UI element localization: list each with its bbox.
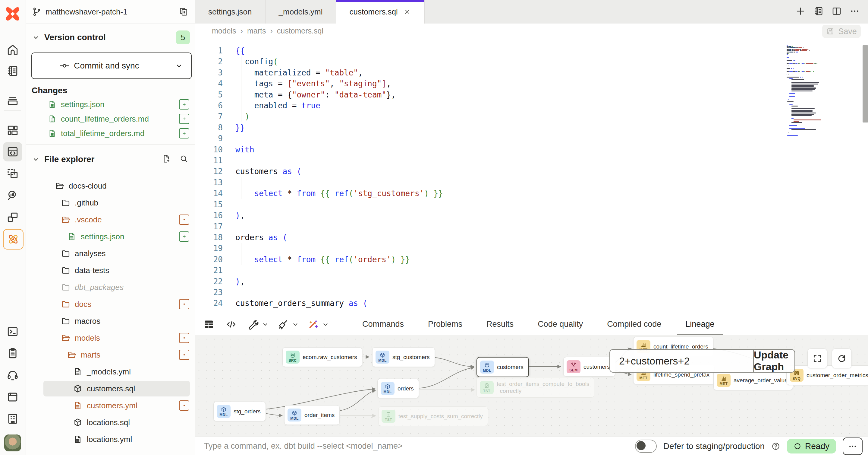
breadcrumb-file[interactable]: customers.sql [277,27,323,35]
refresh-button[interactable] [832,348,852,368]
panel-tab-results[interactable]: Results [474,313,526,335]
tree-item-docs[interactable]: docs [26,296,195,313]
build-wrench-icon[interactable] [247,318,259,331]
command-input[interactable] [204,441,536,451]
notebook-icon[interactable] [3,61,22,81]
browser-icon[interactable] [3,388,22,407]
lineage-node-customers-semantic[interactable]: SEM customers [563,357,615,376]
chevron-down-icon[interactable] [261,320,269,328]
building-icon[interactable] [3,409,22,428]
lineage-node-test-order-items[interactable]: TST test_order_items_compute_to_bools_co… [476,377,594,398]
panel-tab-compiled-code[interactable]: Compiled code [595,313,673,335]
version-control-header[interactable]: Version control 5 [26,29,195,46]
modified-badge[interactable] [179,333,189,343]
editor-scrollbar[interactable] [863,45,868,122]
tree-item-docs-cloud[interactable]: docs-cloud [26,177,195,194]
help-icon[interactable] [771,442,780,451]
lineage-node-orders[interactable]: MDL orders [377,379,419,398]
tree-item-dbt-packages[interactable]: dbt_packages [26,279,195,296]
query-search-icon[interactable] [3,186,22,205]
tree-item-data-tests[interactable]: data-tests [26,262,195,279]
update-graph-button[interactable]: Update Graph [753,350,795,372]
magic-wand-icon[interactable] [307,318,319,331]
tab-_models.yml[interactable]: _models.yml [266,0,336,24]
change-item[interactable]: total_lifetime_orders.md [26,126,195,141]
modified-badge[interactable] [179,215,189,225]
stack-icon[interactable] [3,90,22,110]
home-icon[interactable] [3,40,22,59]
blocks-icon[interactable] [3,121,22,140]
stage-add-badge[interactable] [179,99,189,110]
fullscreen-button[interactable] [807,348,827,368]
lineage-node-order-items[interactable]: MDL order_items [284,405,340,425]
chevron-down-icon[interactable] [321,320,330,328]
frame-select-icon[interactable] [3,164,22,183]
status-badge[interactable]: Ready [787,439,836,454]
lineage-node-test-supply-costs[interactable]: TST test_supply_costs_sum_correctly [378,406,488,426]
terminal-icon[interactable] [3,322,22,341]
minimap[interactable] [786,45,858,136]
change-item[interactable]: settings.json [26,97,195,112]
copy-branch-icon[interactable] [179,7,189,17]
stage-add-badge[interactable] [179,128,189,139]
notebook-icon[interactable] [813,6,824,18]
panel-tab-lineage[interactable]: Lineage [673,313,726,335]
modified-badge[interactable] [179,350,189,360]
save-button[interactable]: Save [822,25,861,38]
format-broom-icon[interactable] [277,318,289,331]
tree-item-marts[interactable]: marts [26,346,195,363]
chevron-down-icon[interactable] [291,320,299,328]
panel-tab-problems[interactable]: Problems [416,313,474,335]
modified-badge[interactable] [179,299,189,309]
panel-tab-code-quality[interactable]: Code quality [526,313,595,335]
search-icon[interactable] [179,154,189,165]
modified-badge[interactable] [179,400,189,410]
atom-icon[interactable] [3,229,24,250]
tab-settings.json[interactable]: settings.json [195,0,266,24]
commit-and-sync-button[interactable]: Commit and sync [31,53,192,79]
tree-item-analyses[interactable]: analyses [26,245,195,262]
tree-item-settings-json[interactable]: settings.json [26,228,195,245]
user-avatar[interactable] [4,434,21,451]
tree-item-locations-sql[interactable]: locations.sql [26,414,195,431]
defer-toggle[interactable] [635,439,657,453]
tree-item--models-yml[interactable]: _models.yml [26,363,195,380]
change-item[interactable]: count_lifetime_orders.md [26,112,195,126]
clipboard-icon[interactable] [3,344,22,363]
split-editor-icon[interactable] [831,6,842,18]
lineage-node-stg-customers[interactable]: MDL stg_customers [372,347,435,367]
new-file-icon[interactable] [161,154,171,165]
panel-tab-commands[interactable]: Commands [350,313,416,335]
tree-item--github[interactable]: .github [26,194,195,211]
stage-add-badge[interactable] [179,231,189,242]
lineage-node-stg-orders[interactable]: MDL stg_orders [213,402,266,421]
lineage-selector-input[interactable] [610,350,753,372]
lineage-canvas[interactable]: SRC ecom.raw_customers MDL stg_customers… [195,335,868,436]
tree-item-customers-yml[interactable]: customers.yml [26,397,195,414]
code-editor-icon[interactable] [3,142,22,162]
tab-overflow-icon[interactable] [849,6,860,18]
breadcrumb-marts[interactable]: marts [247,27,266,35]
lineage-node-customer-order-metrics[interactable]: SVQ customer_order_metrics [786,365,868,385]
stage-add-badge[interactable] [179,114,189,124]
code-editor[interactable]: 1{{2 config(3 materialized = "table",4 t… [195,38,868,313]
close-icon[interactable] [403,8,411,16]
lineage-node-customers-model[interactable]: MDL customers [476,357,529,377]
file-explorer-header[interactable]: File explorer [26,151,195,168]
preview-table-icon[interactable] [203,318,215,331]
tree-item-locations-yml[interactable]: locations.yml [26,431,195,448]
tab-customers.sql[interactable]: customers.sql [336,0,424,24]
more-options-button[interactable] [843,437,863,455]
tree-item-models[interactable]: models [26,330,195,346]
commit-options-caret[interactable] [167,53,191,79]
tree-item-macros[interactable]: macros [26,313,195,330]
lineage-node-ecom-raw-customers[interactable]: SRC ecom.raw_customers [282,347,362,367]
headset-icon[interactable] [3,365,22,385]
branch-selector[interactable]: matthewshaver-patch-1 [26,0,195,24]
tree-item-customers-sql[interactable]: customers.sql [26,380,195,397]
compile-code-icon[interactable] [225,318,237,331]
breadcrumb-models[interactable]: models [212,27,236,35]
tree-item--vscode[interactable]: .vscode [26,211,195,228]
lineage-node-average-order-value[interactable]: MET average_order_value [713,371,793,390]
new-tab-icon[interactable] [795,6,806,18]
